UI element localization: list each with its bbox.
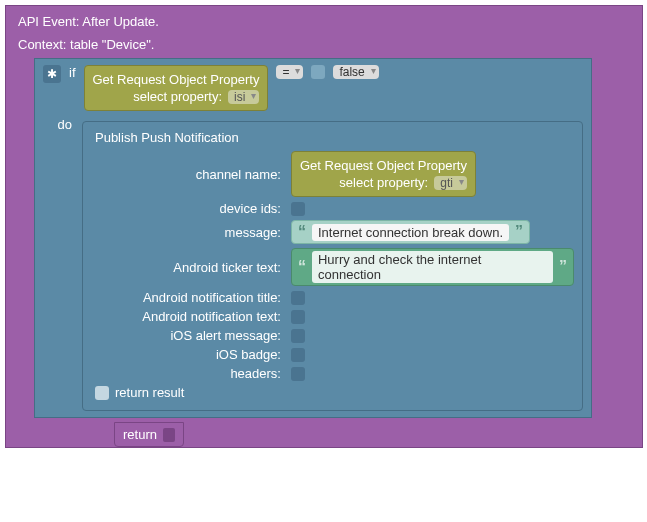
socket-icon[interactable]	[291, 367, 305, 381]
quote-open-icon: “	[298, 258, 306, 276]
event-title-1: API Event: After Update.	[14, 12, 634, 35]
message-text[interactable]: Internet connection break down.	[312, 224, 509, 241]
get-request-property-block-2[interactable]: Get Request Object Property select prope…	[291, 151, 476, 197]
quote-close-icon: ”	[559, 258, 567, 276]
ticker-text[interactable]: Hurry and check the internet connection	[312, 251, 553, 283]
get-prop-title-1: Get Request Object Property	[93, 72, 260, 87]
get-request-property-block-1[interactable]: Get Request Object Property select prope…	[84, 65, 269, 111]
select-property-label-1: select property:	[133, 89, 222, 104]
return-result-label: return result	[115, 385, 184, 400]
if-block[interactable]: ✱ if Get Request Object Property select …	[34, 58, 592, 418]
channel-label: channel name:	[91, 167, 285, 182]
publish-title: Publish Push Notification	[91, 128, 574, 147]
event-title-2: Context: table "Device".	[14, 35, 634, 58]
android-ticker-label: Android ticker text:	[91, 260, 285, 275]
return-label: return	[123, 427, 157, 442]
select-property-label-2: select property:	[339, 175, 428, 190]
return-result-checkbox[interactable]	[95, 386, 109, 400]
android-text-label: Android notification text:	[91, 309, 285, 324]
socket-icon	[311, 65, 325, 79]
ios-badge-label: iOS badge:	[91, 347, 285, 362]
headers-label: headers:	[91, 366, 285, 381]
get-prop-title-2: Get Request Object Property	[300, 158, 467, 173]
quote-open-icon: “	[298, 223, 306, 241]
event-block[interactable]: API Event: After Update. Context: table …	[5, 5, 643, 448]
operator-dropdown[interactable]: =	[276, 65, 303, 79]
socket-icon[interactable]	[291, 310, 305, 324]
socket-icon[interactable]	[163, 428, 175, 442]
gear-icon[interactable]: ✱	[43, 65, 61, 83]
do-label: do	[43, 117, 76, 132]
message-string-block[interactable]: “ Internet connection break down. ”	[291, 220, 530, 244]
message-label: message:	[91, 225, 285, 240]
if-label: if	[69, 65, 76, 80]
return-block[interactable]: return	[114, 422, 184, 447]
publish-block[interactable]: Publish Push Notification channel name: …	[82, 121, 583, 411]
device-ids-label: device ids:	[91, 201, 285, 216]
rhs-dropdown[interactable]: false	[333, 65, 378, 79]
ios-alert-label: iOS alert message:	[91, 328, 285, 343]
socket-icon[interactable]	[291, 202, 305, 216]
socket-icon[interactable]	[291, 348, 305, 362]
socket-icon[interactable]	[291, 291, 305, 305]
socket-icon[interactable]	[291, 329, 305, 343]
ticker-string-block[interactable]: “ Hurry and check the internet connectio…	[291, 248, 574, 286]
property-dropdown-1[interactable]: isi	[228, 90, 259, 104]
quote-close-icon: ”	[515, 223, 523, 241]
android-title-label: Android notification title:	[91, 290, 285, 305]
property-dropdown-2[interactable]: gti	[434, 176, 467, 190]
